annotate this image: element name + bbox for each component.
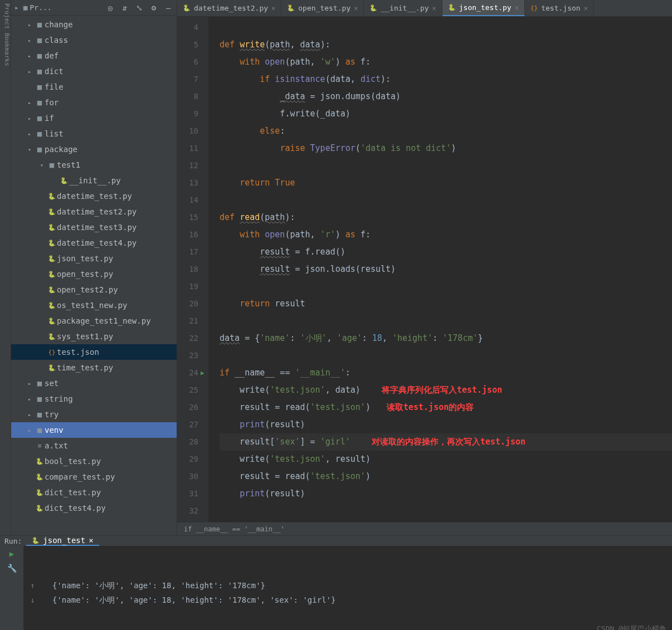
watermark: CSDN @短尾巴小鳄鱼 xyxy=(597,622,666,630)
folder-icon: ■ xyxy=(35,67,45,76)
expand-icon[interactable]: ⇵ xyxy=(120,3,130,13)
tree-item[interactable]: ▸■def xyxy=(11,48,177,64)
chevron-icon: ▸ xyxy=(28,37,35,43)
target-icon[interactable]: ◎ xyxy=(105,3,115,13)
hide-icon[interactable]: — xyxy=(163,3,173,13)
editor-tab[interactable]: 🐍__init__.py× xyxy=(364,0,442,16)
tree-item[interactable]: 🐍__init__.py xyxy=(11,173,177,188)
code-line[interactable] xyxy=(220,19,672,36)
editor-tab[interactable]: 🐍datetime_test2.py× xyxy=(177,0,281,16)
code-line[interactable]: if isinstance(data, dict): xyxy=(220,71,672,88)
python-icon: 🐍 xyxy=(47,255,57,262)
editor-tab[interactable]: {}test.json× xyxy=(525,0,594,16)
tree-item[interactable]: ▸■string xyxy=(11,391,177,407)
run-label: Run: xyxy=(4,537,22,545)
tree-item[interactable]: ▸■try xyxy=(11,407,177,422)
code-line[interactable]: with open(path, 'w') as f: xyxy=(220,53,672,71)
tree-item[interactable]: 🐍bool_test.py xyxy=(11,453,177,469)
left-tool-rail[interactable]: Project Bookmarks xyxy=(0,0,11,535)
tree-item[interactable]: ▸■venv xyxy=(11,422,177,438)
run-button[interactable]: ▶ xyxy=(9,549,14,558)
tree-item[interactable]: ▸■dict xyxy=(11,64,177,79)
tree-item[interactable]: 🐍datetime_test.py xyxy=(11,188,177,204)
tree-item[interactable]: 🐍datetime_test2.py xyxy=(11,204,177,219)
close-icon[interactable]: × xyxy=(584,4,588,12)
code-line[interactable] xyxy=(220,278,672,295)
tree-item[interactable]: 🐍datetime_test4.py xyxy=(11,235,177,251)
chevron-icon: ▸ xyxy=(28,131,35,137)
tree-item[interactable]: 🐍dict_test.py xyxy=(11,485,177,500)
folder-icon: ■ xyxy=(35,410,45,419)
code-line[interactable]: print(result) xyxy=(220,416,672,433)
tree-item-label: set xyxy=(45,379,59,388)
close-icon[interactable]: × xyxy=(271,4,275,12)
code-line[interactable]: if __name__ == '__main__': xyxy=(220,364,672,382)
tab-label: json_test.py xyxy=(459,3,512,12)
code-line[interactable] xyxy=(220,502,672,520)
run-output[interactable]: ↑{'name': '小明', 'age': 18, 'height': '17… xyxy=(23,546,672,630)
code-line[interactable]: def write(path, data): xyxy=(220,36,672,53)
chevron-icon: ▸ xyxy=(28,100,35,106)
tree-item-label: venv xyxy=(45,426,64,434)
tree-item[interactable]: ▸■set xyxy=(11,375,177,391)
tree-item[interactable]: 🐍json_test.py xyxy=(11,251,177,266)
tree-item[interactable]: {}test.json xyxy=(11,344,177,360)
tree-item[interactable]: ▸■list xyxy=(11,126,177,141)
code-line[interactable]: return True xyxy=(220,174,672,192)
close-icon[interactable]: × xyxy=(432,4,436,12)
code-line[interactable] xyxy=(220,312,672,330)
code-line[interactable]: result = read('test.json') xyxy=(220,468,672,485)
code-line[interactable]: with open(path, 'r') as f: xyxy=(220,226,672,243)
code-line[interactable] xyxy=(220,347,672,364)
tree-item[interactable]: ▸■change xyxy=(11,17,177,32)
tree-item[interactable]: 🐍datetime_test3.py xyxy=(11,219,177,235)
code-editor[interactable]: def write(path, data): with open(path, '… xyxy=(208,17,672,522)
editor-tab[interactable]: 🐍open_test.py× xyxy=(281,0,364,16)
code-line[interactable]: result = f.read() xyxy=(220,243,672,261)
run-tab[interactable]: 🐍 json_test × xyxy=(26,536,99,546)
chevron-icon: ▸ xyxy=(28,412,35,418)
code-line[interactable]: return result xyxy=(220,295,672,312)
tree-item[interactable]: ■file xyxy=(11,79,177,95)
tree-item[interactable]: 🐍compare_test.py xyxy=(11,469,177,485)
close-icon[interactable]: × xyxy=(89,536,93,545)
tree-item[interactable]: 🐍open_test2.py xyxy=(11,282,177,297)
run-gutter-icon[interactable]: ▶ xyxy=(201,364,204,382)
code-line[interactable]: result['sex'] = 'girl' 对读取的内容操作，再次写入test… xyxy=(220,433,672,451)
project-tree[interactable]: ▸■change▸■class▸■def▸■dict■file▸■for▸■if… xyxy=(11,16,177,535)
breadcrumb[interactable]: if __name__ == '__main__' xyxy=(177,522,672,535)
gear-icon[interactable]: ⚙ xyxy=(149,3,159,13)
code-line[interactable]: def read(path): xyxy=(220,209,672,226)
tree-item[interactable]: 🐍dict_test4.py xyxy=(11,500,177,516)
code-line[interactable]: _data = json.dumps(data) xyxy=(220,88,672,105)
collapse-icon[interactable]: ⤡ xyxy=(134,3,144,13)
tree-item[interactable]: 🐍os_test1_new.py xyxy=(11,297,177,313)
wrench-icon[interactable]: 🔧 xyxy=(7,564,17,573)
code-line[interactable]: write('test.json', data) 将字典序列化后写入test.j… xyxy=(220,382,672,399)
tree-item[interactable]: 🐍package_test1_new.py xyxy=(11,313,177,329)
tree-item-label: dict xyxy=(45,67,64,76)
tree-item[interactable]: ▸■if xyxy=(11,110,177,126)
code-line[interactable]: raise TypeError('data is not dict') xyxy=(220,140,672,157)
tree-item[interactable]: ▾■test1 xyxy=(11,157,177,173)
close-icon[interactable]: × xyxy=(515,4,519,12)
code-line[interactable]: print(result) xyxy=(220,485,672,502)
close-icon[interactable]: × xyxy=(354,4,358,12)
tree-item[interactable]: ≡a.txt xyxy=(11,438,177,453)
code-line[interactable]: write('test.json', result) xyxy=(220,451,672,468)
code-line[interactable]: else: xyxy=(220,123,672,140)
tree-item[interactable]: ▾■package xyxy=(11,141,177,157)
editor-tab[interactable]: 🐍json_test.py× xyxy=(442,0,525,16)
code-line[interactable]: data = {'name': '小明', 'age': 18, 'height… xyxy=(220,330,672,347)
tree-item[interactable]: 🐍sys_test1.py xyxy=(11,329,177,344)
code-line[interactable]: result = read('test.json') 读取test.json的内… xyxy=(220,399,672,416)
code-line[interactable]: f.write(_data) xyxy=(220,105,672,123)
tree-item[interactable]: ▸■for xyxy=(11,95,177,110)
tree-item[interactable]: ▸■class xyxy=(11,32,177,48)
code-line[interactable]: result = json.loads(result) xyxy=(220,261,672,278)
code-line[interactable] xyxy=(220,192,672,209)
code-line[interactable] xyxy=(220,157,672,174)
tree-item[interactable]: 🐍time_test.py xyxy=(11,360,177,375)
tree-item-label: __init__.py xyxy=(69,176,121,185)
tree-item[interactable]: 🐍open_test.py xyxy=(11,266,177,282)
